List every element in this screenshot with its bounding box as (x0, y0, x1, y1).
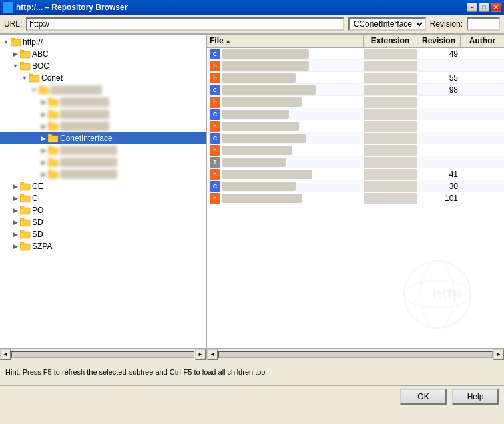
file-cell-ext-6: ..ext.. (364, 109, 417, 120)
folder-icon-szpa (20, 242, 31, 251)
expand-icon-boc[interactable]: ▼ (11, 61, 20, 71)
help-button[interactable]: Help (452, 389, 499, 405)
expand-icon-szpa[interactable]: ▶ (11, 242, 20, 251)
expand-icon-abc[interactable]: ▶ (11, 49, 20, 59)
tree-item-sd1[interactable]: ▶ SD (0, 216, 206, 228)
col-file-header[interactable]: File ▲ (207, 35, 364, 47)
file-row-1[interactable]: C filename_blurred_xx ..ext.. 49 (207, 48, 504, 60)
branch-select[interactable]: CConetInterface trunk branches (348, 17, 426, 31)
folder-icon-sub3 (48, 122, 59, 131)
file-row-3[interactable]: h filename_blurred ..ext.. 55 (207, 72, 504, 84)
svg-rect-32 (20, 232, 30, 238)
file-cell-rev-9 (417, 150, 461, 151)
expand-icon-sub4[interactable]: ▶ (39, 146, 48, 155)
file-cell-name-7: h filename_blurred_x (207, 120, 364, 132)
col-ext-header[interactable]: Extension (364, 35, 417, 47)
tree-item-doc[interactable]: ▼ DocSubFolder (0, 84, 206, 96)
maximize-button[interactable]: □ (479, 3, 489, 12)
col-author-header[interactable]: Author (461, 35, 504, 47)
expand-icon-sub3[interactable]: ▶ (39, 122, 48, 131)
file-scroll-track[interactable] (218, 351, 493, 358)
file-scrollbar[interactable]: ◄ ► (207, 349, 504, 359)
tree-item-ce[interactable]: ▶ CE (0, 180, 206, 192)
tree-item-sub4-label: SubFolder4xxxx (60, 146, 117, 155)
close-button[interactable]: ✕ (491, 3, 501, 12)
file-row-12[interactable]: C filename_blurred_x ..ext.. 30 (207, 180, 504, 192)
file-row-2[interactable]: h filename_blurred_xx ..ext.. (207, 60, 504, 72)
expand-icon-sub2[interactable]: ▶ (39, 110, 48, 119)
tree-item-boc[interactable]: ▼ BOC (0, 60, 206, 72)
expand-icon-ci[interactable]: ▶ (11, 194, 20, 203)
svg-rect-24 (20, 184, 30, 190)
expand-icon-sd2[interactable]: ▶ (11, 230, 20, 239)
toolbar: URL: CConetInterface trunk branches Revi… (0, 15, 504, 34)
file-row-9[interactable]: h filename_blurred ..ext.. (207, 144, 504, 156)
hint-text: Hint: Press F5 to refresh the selected s… (5, 368, 265, 376)
app-icon: 🌐 (3, 2, 13, 13)
expand-icon-sub5[interactable]: ▶ (39, 158, 48, 167)
expand-icon-sub6[interactable]: ▶ (39, 170, 48, 179)
file-row-13[interactable]: h filename_blurred_xx ..ext.. 101 (207, 192, 504, 204)
svg-rect-22 (48, 172, 58, 178)
ext-col-label: Extension (371, 36, 409, 45)
expand-icon-doc[interactable]: ▼ (29, 85, 39, 95)
svg-rect-14 (48, 124, 58, 130)
minimize-button[interactable]: – (467, 3, 477, 12)
svg-rect-4 (20, 63, 30, 70)
file-cell-author-3 (461, 77, 504, 79)
folder-icon-sub6 (48, 170, 59, 179)
ok-button[interactable]: OK (400, 389, 447, 405)
col-rev-header[interactable]: Revision (417, 35, 461, 47)
expand-icon-conet[interactable]: ▼ (20, 73, 29, 83)
url-input[interactable] (26, 17, 344, 31)
file-row-8[interactable]: C filename_blurred_xx ..ext.. (207, 132, 504, 144)
file-row-5[interactable]: h filename_blurred_x ..ext.. (207, 96, 504, 108)
tree-item-abc[interactable]: ▶ ABC (0, 48, 206, 60)
file-cell-rev-12: 30 (417, 181, 461, 192)
main-content: ▼ http:// ▶ ABC (0, 34, 504, 348)
expand-icon-sd1[interactable]: ▶ (11, 218, 20, 227)
tree-item-root[interactable]: ▼ http:// (0, 36, 206, 48)
tree-item-sub6[interactable]: ▶ SubFolder6xxxx (0, 168, 206, 180)
file-row-6[interactable]: C filename_blurred ..ext.. (207, 108, 504, 120)
sort-arrow: ▲ (226, 38, 231, 44)
file-scroll-right[interactable]: ► (493, 349, 504, 360)
file-scroll-left[interactable]: ◄ (207, 349, 218, 360)
c-file-icon-8: C (210, 133, 220, 144)
tree-scroll-track[interactable] (11, 351, 194, 358)
expand-icon-ce[interactable]: ▶ (11, 182, 20, 191)
revision-input[interactable]: HEAD (467, 17, 500, 31)
tree-item-sub1[interactable]: ▶ SubFolder1xx (0, 96, 206, 108)
file-row-11[interactable]: h filename_blurred_xxx ..ext.. 41 (207, 168, 504, 180)
svg-rect-31 (20, 218, 24, 220)
file-cell-name-4: C filename_blurred_xxx (207, 84, 364, 96)
tree-item-ci[interactable]: ▶ CI (0, 192, 206, 204)
tree-item-szpa[interactable]: ▶ SZPA (0, 240, 206, 252)
tree-item-po-label: PO (32, 206, 43, 215)
tree-item-sub3[interactable]: ▶ SubFolder3xx (0, 120, 206, 132)
tree-item-conetinterface[interactable]: ▶ ConetInterface (0, 132, 206, 144)
folder-icon-sd1 (20, 218, 31, 227)
tree-item-sub2[interactable]: ▶ SubFolder2xx (0, 108, 206, 120)
expand-icon-sub1[interactable]: ▶ (39, 97, 48, 107)
tree-item-sd2[interactable]: ▶ SD (0, 228, 206, 240)
svg-rect-33 (20, 230, 24, 232)
file-row-7[interactable]: h filename_blurred_x ..ext.. (207, 120, 504, 132)
file-row-10[interactable]: T filename_blurred ..ext.. (207, 156, 504, 168)
expand-icon-root[interactable]: ▼ (1, 37, 11, 47)
tree-item-po[interactable]: ▶ PO (0, 204, 206, 216)
expand-icon-conetinterface[interactable]: ▶ (39, 134, 48, 143)
svg-rect-2 (20, 51, 30, 58)
expand-icon-po[interactable]: ▶ (11, 206, 20, 215)
title-bar: 🌐 http:/... – Repository Browser – □ ✕ (0, 0, 504, 15)
file-row-4[interactable]: C filename_blurred_xxx ..ext.. 98 (207, 84, 504, 96)
tree-scroll-right[interactable]: ► (195, 349, 206, 360)
tree-item-sub5[interactable]: ▶ SubFolder5xxxx (0, 156, 206, 168)
tree-scroll-left[interactable]: ◄ (0, 349, 11, 360)
svg-rect-19 (48, 146, 52, 148)
tree-item-conet[interactable]: ▼ Conet (0, 72, 206, 84)
tree-scrollbar[interactable]: ◄ ► (0, 349, 207, 359)
watermark-globe: http (384, 254, 491, 335)
file-cell-author-10 (461, 162, 504, 163)
tree-item-sub4[interactable]: ▶ SubFolder4xxxx (0, 144, 206, 156)
